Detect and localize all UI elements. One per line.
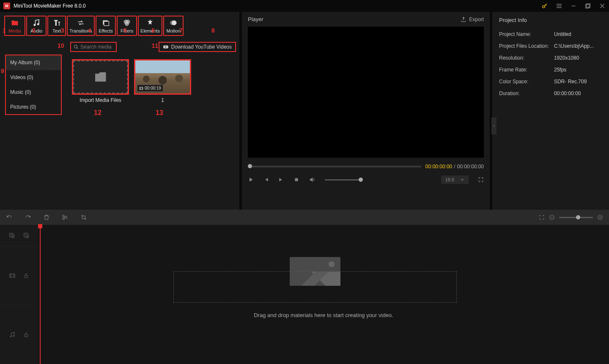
playhead[interactable]: [40, 225, 41, 364]
undo-button[interactable]: [6, 214, 13, 221]
svg-rect-23: [25, 276, 28, 278]
export-icon: [461, 16, 466, 22]
media-grid: Import Media Files 12 00:00:19: [67, 54, 239, 210]
search-input[interactable]: [80, 44, 113, 50]
stop-button[interactable]: [294, 177, 299, 183]
redo-button[interactable]: [25, 214, 31, 221]
tab-elements[interactable]: Elements: [138, 16, 162, 36]
sidebar-item-music[interactable]: Music (0): [6, 85, 61, 100]
svg-point-3: [34, 24, 35, 25]
hamburger-icon[interactable]: [556, 3, 562, 9]
player-title: Player: [248, 16, 461, 22]
play-button[interactable]: [248, 177, 254, 183]
folder-icon: [95, 72, 106, 82]
zoom-in-button[interactable]: [597, 214, 603, 220]
svg-rect-26: [25, 334, 28, 337]
transitions-icon: [77, 19, 85, 27]
sidebar-item-myalbum[interactable]: My Album (0): [6, 55, 61, 70]
auto-zoom-button[interactable]: [539, 214, 545, 220]
timeline-toolbar: [0, 210, 609, 225]
filters-icon: [123, 19, 131, 27]
svg-point-11: [170, 20, 175, 25]
download-youtube-label: Download YouTube Videos: [171, 44, 232, 50]
video-track-icon: [9, 272, 16, 279]
svg-rect-22: [10, 274, 15, 277]
tab-audio[interactable]: Audio: [26, 16, 47, 36]
chevron-down-icon: [460, 178, 464, 182]
media-panel: 1 Media 2 Audio 3 Text 4: [0, 12, 239, 210]
sidebar-item-pictures[interactable]: Pictures (0): [6, 100, 61, 114]
video-preview[interactable]: [248, 27, 484, 158]
prev-frame-button[interactable]: [263, 177, 269, 183]
svg-point-24: [10, 336, 11, 337]
annotation-11: 11: [151, 42, 158, 49]
export-button[interactable]: Export: [461, 16, 484, 22]
download-youtube-button[interactable]: Download YouTube Videos: [159, 42, 236, 52]
volume-slider[interactable]: [325, 179, 363, 181]
timeline-drop-zone[interactable]: [173, 271, 457, 303]
zoom-out-button[interactable]: [549, 214, 555, 220]
maximize-icon[interactable]: [584, 3, 591, 9]
app-title: MiniTool MovieMaker Free 8.0.0: [14, 3, 541, 9]
import-media-card[interactable]: Import Media Files 12: [72, 59, 129, 103]
svg-point-9: [125, 22, 129, 26]
fullscreen-button[interactable]: [478, 177, 484, 183]
annotation-9: 9: [1, 68, 4, 74]
elements-icon: [146, 19, 154, 27]
svg-rect-6: [104, 21, 109, 25]
lock-icon[interactable]: [23, 273, 29, 279]
player-panel: Player Export 00:00:00:00 / 00:00:00:00: [242, 12, 490, 210]
next-frame-button[interactable]: [278, 177, 284, 183]
info-row: Project Files Location:C:\Users\bj\App..…: [492, 40, 609, 52]
svg-rect-15: [295, 178, 298, 181]
collapse-info-button[interactable]: [491, 118, 497, 134]
music-icon: [32, 19, 41, 27]
close-icon[interactable]: [599, 3, 606, 9]
main-toolbar: 1 Media 2 Audio 3 Text 4: [0, 12, 239, 40]
sidebar-item-videos[interactable]: Videos (0): [6, 70, 61, 85]
info-row: Frame Rate:25fps: [492, 64, 609, 76]
effects-icon: [102, 19, 110, 27]
crop-button[interactable]: [80, 214, 87, 221]
split-button[interactable]: [62, 214, 69, 221]
export-label: Export: [469, 16, 484, 22]
aspect-ratio-select[interactable]: 16:9: [441, 175, 469, 184]
time-total: 00:00:00:00: [457, 164, 484, 170]
key-icon[interactable]: [541, 3, 548, 9]
project-info-panel: Project Info Project Name:Untitled Proje…: [492, 12, 609, 210]
clip-label: 1: [161, 97, 164, 103]
delete-button[interactable]: [43, 214, 50, 221]
zoom-slider[interactable]: [559, 217, 593, 218]
add-track-icon[interactable]: [8, 232, 15, 239]
title-bar: M MiniTool MovieMaker Free 8.0.0: [0, 0, 609, 12]
svg-point-4: [38, 23, 39, 25]
annotation-4: 4: [88, 27, 91, 34]
svg-point-12: [74, 45, 77, 48]
svg-point-16: [63, 215, 64, 217]
annotation-1: 1: [3, 27, 6, 34]
media-clip-1[interactable]: 00:00:19 1 13: [134, 59, 191, 103]
svg-rect-14: [140, 87, 143, 90]
scrub-bar[interactable]: [248, 166, 421, 167]
import-media-label: Import Media Files: [80, 97, 121, 103]
annotation-10: 10: [58, 42, 64, 49]
tab-filters[interactable]: Filters: [117, 16, 137, 36]
volume-icon[interactable]: [309, 176, 315, 183]
minimize-icon[interactable]: [570, 3, 577, 9]
folder-icon: [11, 19, 19, 27]
timeline-gutter: [0, 225, 38, 364]
tab-media[interactable]: Media: [4, 16, 25, 36]
project-info-title: Project Info: [492, 17, 609, 28]
info-row: Duration:00:00:00:00: [492, 88, 609, 99]
tab-effects[interactable]: Effects: [96, 16, 116, 36]
lock-icon[interactable]: [23, 332, 29, 338]
media-sidebar: 9 My Album (0) Videos (0) Music (0) Pict…: [0, 40, 67, 210]
youtube-icon: [163, 44, 169, 50]
timeline-canvas[interactable]: Drag and drop materials here to start cr…: [38, 225, 609, 364]
svg-rect-1: [587, 4, 590, 8]
search-media[interactable]: [70, 42, 117, 52]
svg-point-25: [13, 335, 14, 337]
svg-rect-2: [586, 5, 590, 8]
remove-track-icon[interactable]: [23, 232, 30, 239]
search-icon: [74, 44, 79, 49]
